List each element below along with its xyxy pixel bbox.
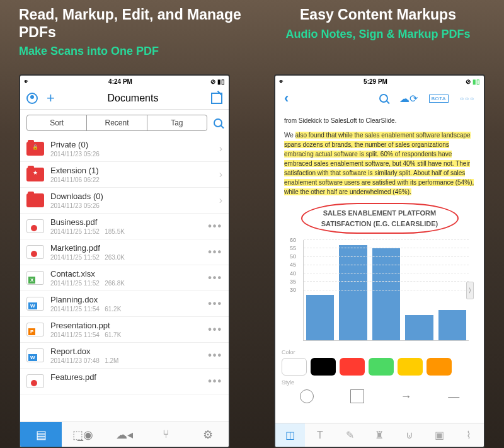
chevron-right-icon: › — [219, 143, 222, 154]
status-bar: ᯤ 4:24 PM ⊘▮▯ — [20, 76, 229, 87]
folder-name: Extension (1) — [50, 166, 213, 175]
folder-icon — [26, 193, 44, 207]
share-icon: ⑂ — [163, 428, 169, 441]
tool-shapes[interactable]: ◫ — [275, 423, 305, 447]
battery-icon: ▮▯ — [472, 78, 480, 85]
folder-row[interactable]: Downloads (0)2014/11/23 05:26› — [20, 188, 229, 214]
file-meta: 2014/11/25 11:52 185.5K — [50, 228, 202, 235]
tab-bar: ▤ ⬚̲◉ ☁◂ ⑂ ⚙ — [20, 422, 229, 447]
nav-title: Documents — [107, 93, 158, 104]
folder-row[interactable]: Private (0)2014/11/23 05:26› — [20, 136, 229, 162]
seg-tag[interactable]: Tag — [147, 115, 207, 130]
chart-bar — [405, 315, 433, 340]
tab-cloud[interactable]: ☁◂ — [103, 422, 145, 447]
file-row[interactable]: Presentation.ppt2014/11/25 11:54 61.7K••… — [20, 317, 229, 343]
battery-icon: ▮▯ — [217, 78, 225, 85]
orientation-lock-icon: ⊘ — [210, 78, 215, 85]
phone-markup: ᯤ 5:29 PM ⊘▮▯ ‹ ☁⟳ BOTA ○○○ from Sidekic… — [274, 74, 485, 448]
color-swatch[interactable] — [427, 358, 452, 376]
chevron-right-icon: › — [219, 195, 222, 206]
file-row[interactable]: Marketing.pdf2014/11/25 11:52 263.0K••• — [20, 239, 229, 265]
cloud-download-icon: ☁◂ — [116, 428, 133, 442]
profile-icon[interactable] — [26, 93, 38, 104]
folder-icon — [26, 142, 44, 156]
chart-ytick: 40 — [290, 269, 296, 278]
folder-row[interactable]: Extension (1)2014/11/06 06:22› — [20, 162, 229, 188]
folder-name: Private (0) — [50, 140, 213, 149]
tool-text[interactable]: T — [305, 423, 335, 447]
file-more-button[interactable]: ••• — [208, 376, 222, 387]
chart-ytick: 30 — [290, 286, 296, 295]
folder-date: 2014/11/23 05:26 — [50, 202, 213, 209]
segmented-control: Sort Recent Tag — [26, 115, 207, 131]
color-swatch[interactable] — [340, 358, 365, 376]
seg-recent[interactable]: Recent — [87, 115, 147, 130]
status-time: 4:24 PM — [108, 78, 132, 85]
search-icon[interactable] — [379, 94, 388, 103]
file-row[interactable]: Report.dox2014/11/23 07:48 1.2M••• — [20, 343, 229, 369]
file-meta: 2014/11/25 11:52 263.0K — [50, 254, 202, 261]
color-swatch[interactable] — [311, 358, 336, 376]
file-name: Business.pdf — [50, 217, 202, 227]
orientation-lock-icon: ⊘ — [466, 78, 471, 85]
folder-name: Downloads (0) — [50, 192, 213, 201]
color-swatch[interactable] — [369, 358, 394, 376]
tab-camera[interactable]: ⬚̲◉ — [62, 422, 103, 447]
file-more-button[interactable]: ••• — [208, 298, 222, 309]
file-meta: 2014/11/25 11:54 61.7K — [50, 331, 202, 338]
filter-bar: Sort Recent Tag — [20, 110, 229, 136]
tab-share[interactable]: ⑂ — [146, 422, 187, 447]
tab-settings[interactable]: ⚙ — [187, 422, 229, 447]
file-row[interactable]: Features.pdf ••• — [20, 369, 229, 394]
promo-right: Easy Content Markups Audio Notes, Sign &… — [265, 6, 491, 41]
file-icon — [26, 297, 44, 311]
tool-image[interactable]: ▣ — [424, 423, 454, 447]
file-row[interactable]: Planning.dox2014/11/25 11:54 61.2K••• — [20, 291, 229, 317]
file-more-button[interactable]: ••• — [208, 246, 222, 258]
style-label: Style — [275, 378, 484, 386]
wifi-icon: ᯤ — [24, 78, 30, 85]
folder-icon — [26, 168, 44, 181]
file-meta: 2014/11/25 11:52 266.8K — [50, 280, 202, 287]
chart-resize-handle[interactable]: ⟩ — [466, 282, 474, 299]
file-more-button[interactable]: ••• — [208, 221, 222, 232]
back-button[interactable]: ‹ — [284, 90, 289, 106]
seg-sort[interactable]: Sort — [27, 115, 87, 130]
style-line[interactable]: ― — [448, 390, 459, 403]
style-circle[interactable] — [300, 389, 314, 403]
color-swatch[interactable] — [282, 358, 307, 376]
style-square[interactable] — [350, 389, 364, 403]
search-icon[interactable] — [214, 118, 222, 127]
wifi-icon: ᯤ — [279, 78, 285, 85]
tab-documents[interactable]: ▤ — [20, 422, 62, 447]
file-name: Contact.xlsx — [50, 269, 202, 279]
file-icon — [26, 219, 44, 233]
tool-audio[interactable]: ⊍ — [394, 423, 424, 447]
cloud-sync-icon[interactable]: ☁⟳ — [399, 93, 418, 105]
add-button[interactable]: + — [47, 90, 55, 106]
document-list[interactable]: Private (0)2014/11/23 05:26›Extension (1… — [20, 136, 229, 394]
file-row[interactable]: Business.pdf2014/11/25 11:52 185.5K••• — [20, 214, 229, 239]
compose-button[interactable] — [211, 93, 222, 104]
tool-pen[interactable]: ✎ — [335, 423, 365, 447]
color-swatch[interactable] — [398, 358, 423, 376]
chart-ytick: 50 — [290, 253, 296, 261]
file-more-button[interactable]: ••• — [208, 350, 222, 361]
promo-left-title: Read, Markup, Edit, and Manage PDFs — [19, 6, 246, 41]
tool-link[interactable]: ⌇ — [454, 423, 484, 447]
document-body[interactable]: from Sidekick to SalesLoft to ClearSlide… — [275, 110, 484, 347]
doc-paragraph: We also found that while the sales enabl… — [284, 130, 475, 197]
chart-bar — [438, 310, 466, 340]
more-button[interactable]: ○○○ — [460, 95, 475, 102]
style-arrow[interactable]: → — [400, 390, 411, 403]
file-more-button[interactable]: ••• — [208, 272, 222, 284]
tool-stamp[interactable]: ♜ — [365, 423, 394, 447]
file-name: Report.dox — [50, 347, 202, 356]
file-row[interactable]: Contact.xlsx2014/11/25 11:52 266.8K••• — [20, 265, 229, 291]
chart-ytick: 60 — [290, 236, 296, 244]
file-more-button[interactable]: ••• — [208, 324, 222, 335]
bar-chart: ⟩ 30354045505560 — [303, 240, 469, 341]
bota-button[interactable]: BOTA — [429, 95, 449, 103]
file-icon — [26, 374, 44, 388]
color-palette — [275, 355, 484, 378]
